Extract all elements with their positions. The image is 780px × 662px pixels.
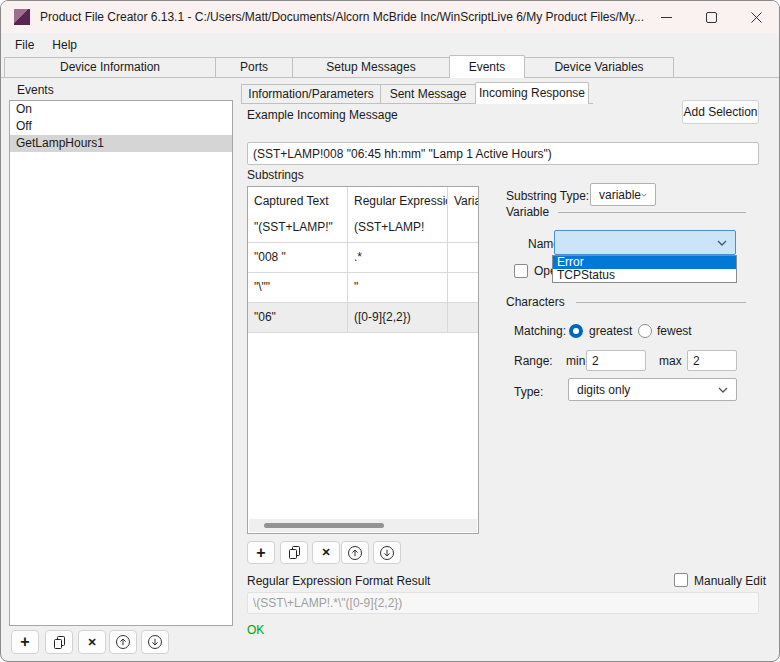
menu-file[interactable]: File xyxy=(6,35,43,55)
title-bar: Product File Creator 6.13.1 - C:/Users/M… xyxy=(1,1,779,33)
event-move-down-button[interactable] xyxy=(141,630,169,654)
example-incoming-message-label: Example Incoming Message xyxy=(247,108,398,122)
min-input[interactable] xyxy=(586,350,646,371)
menu-help[interactable]: Help xyxy=(43,35,86,55)
range-label: Range: xyxy=(514,354,553,368)
table-row[interactable]: "(SST+LAMP!" (SST+LAMP! xyxy=(248,213,478,243)
table-horizontal-scrollbar[interactable] xyxy=(249,519,477,532)
main-tab-bar: Device Information Ports Setup Messages … xyxy=(1,56,779,78)
substring-duplicate-button[interactable] xyxy=(280,541,308,564)
variable-group-label: Variable xyxy=(506,205,549,219)
cell-captured-text[interactable]: "(SST+LAMP!" xyxy=(248,213,348,242)
regex-result-label: Regular Expression Format Result xyxy=(247,574,430,588)
maximize-button[interactable] xyxy=(689,1,734,33)
duplicate-icon xyxy=(287,545,302,560)
scrollbar-thumb[interactable] xyxy=(264,523,384,528)
column-header-regular-expression[interactable]: Regular Expressio xyxy=(348,187,448,213)
min-label: min xyxy=(566,354,585,368)
cell-regular-expression[interactable]: ([0-9]{2,2}) xyxy=(348,303,448,332)
tab-sent-message[interactable]: Sent Message xyxy=(380,84,476,103)
characters-group-label: Characters xyxy=(506,295,565,309)
substring-type-dropdown[interactable]: variable xyxy=(590,183,656,206)
table-header-row: Captured Text Regular Expressio Variab xyxy=(248,187,478,213)
events-list[interactable]: On Off GetLampHours1 xyxy=(9,100,233,626)
substrings-table[interactable]: Captured Text Regular Expressio Variab "… xyxy=(247,186,479,534)
move-up-icon xyxy=(347,545,363,561)
column-header-captured-text[interactable]: Captured Text xyxy=(248,187,348,213)
regex-result-input[interactable] xyxy=(247,592,759,614)
max-input[interactable] xyxy=(687,350,737,371)
max-label: max xyxy=(659,354,682,368)
cell-captured-text[interactable]: "06" xyxy=(248,303,348,332)
app-icon xyxy=(14,9,30,25)
window-controls xyxy=(644,1,779,33)
cell-captured-text[interactable]: "\"" xyxy=(248,273,348,302)
tab-events[interactable]: Events xyxy=(449,55,525,78)
cell-variable[interactable] xyxy=(448,213,478,242)
table-row-selected[interactable]: "06" ([0-9]{2,2}) xyxy=(248,303,478,333)
cell-regular-expression[interactable]: " xyxy=(348,273,448,302)
matching-fewest-radio[interactable] xyxy=(638,324,652,338)
add-selection-label: Add Selection xyxy=(683,105,757,119)
substring-add-button[interactable]: + xyxy=(247,541,275,564)
substring-type-label: Substring Type: xyxy=(506,189,589,203)
ope-checkbox[interactable] xyxy=(514,264,528,278)
cell-variable[interactable] xyxy=(448,243,478,272)
add-icon: + xyxy=(256,545,265,561)
tab-incoming-response[interactable]: Incoming Response xyxy=(475,82,589,104)
event-duplicate-button[interactable] xyxy=(45,630,73,654)
dropdown-option-tcpstatus[interactable]: TCPStatus xyxy=(553,269,736,282)
tab-setup-messages[interactable]: Setup Messages xyxy=(292,57,450,77)
cell-variable[interactable] xyxy=(448,303,478,332)
substring-move-up-button[interactable] xyxy=(341,541,369,564)
detail-tab-bar: Information/Parameters Sent Message Inco… xyxy=(241,83,593,104)
table-row[interactable]: "\"" " xyxy=(248,273,478,303)
add-icon: + xyxy=(20,634,29,650)
tab-device-variables[interactable]: Device Variables xyxy=(524,57,674,77)
minimize-icon xyxy=(661,12,672,23)
substring-move-down-button[interactable] xyxy=(373,541,401,564)
manually-edit-checkbox[interactable] xyxy=(674,573,688,587)
substring-delete-button[interactable]: ✕ xyxy=(312,541,340,564)
window-title: Product File Creator 6.13.1 - C:/Users/M… xyxy=(40,10,644,24)
example-incoming-message-input[interactable] xyxy=(247,142,759,165)
variable-name-dropdown[interactable] xyxy=(554,230,736,255)
list-item-selected[interactable]: GetLampHours1 xyxy=(10,135,232,152)
column-header-variable[interactable]: Variab xyxy=(448,187,478,213)
duplicate-icon xyxy=(52,635,67,650)
event-add-button[interactable]: + xyxy=(11,630,39,654)
table-row[interactable]: "008 " .* xyxy=(248,243,478,273)
matching-greatest-radio[interactable] xyxy=(569,324,583,338)
event-move-up-button[interactable] xyxy=(109,630,137,654)
list-item[interactable]: On xyxy=(10,101,232,118)
status-text: OK xyxy=(247,623,264,637)
tab-information-parameters[interactable]: Information/Parameters xyxy=(241,84,381,103)
tab-device-information[interactable]: Device Information xyxy=(4,57,216,77)
minimize-button[interactable] xyxy=(644,1,689,33)
events-panel-label: Events xyxy=(17,83,54,97)
substring-type-value: variable xyxy=(599,188,641,202)
move-down-icon xyxy=(379,545,395,561)
character-type-dropdown[interactable]: digits only xyxy=(568,378,737,401)
tab-ports[interactable]: Ports xyxy=(215,57,293,77)
character-type-value: digits only xyxy=(577,383,630,397)
close-button[interactable] xyxy=(734,1,779,33)
chevron-down-icon xyxy=(717,240,727,246)
list-item[interactable]: Off xyxy=(10,118,232,135)
move-down-icon xyxy=(147,634,163,650)
app-window: Product File Creator 6.13.1 - C:/Users/M… xyxy=(0,0,780,662)
cell-regular-expression[interactable]: (SST+LAMP! xyxy=(348,213,448,242)
maximize-icon xyxy=(706,12,717,23)
manually-edit-label: Manually Edit xyxy=(694,574,766,588)
variable-name-popup: Error TCPStatus xyxy=(552,255,737,283)
cell-captured-text[interactable]: "008 " xyxy=(248,243,348,272)
menu-bar: File Help xyxy=(1,33,779,56)
matching-fewest-label: fewest xyxy=(657,324,692,338)
variable-group-line xyxy=(558,212,746,213)
substrings-label: Substrings xyxy=(247,168,304,182)
event-delete-button[interactable]: ✕ xyxy=(78,630,106,654)
delete-icon: ✕ xyxy=(321,547,330,558)
cell-variable[interactable] xyxy=(448,273,478,302)
add-selection-button[interactable]: Add Selection xyxy=(682,100,759,124)
cell-regular-expression[interactable]: .* xyxy=(348,243,448,272)
